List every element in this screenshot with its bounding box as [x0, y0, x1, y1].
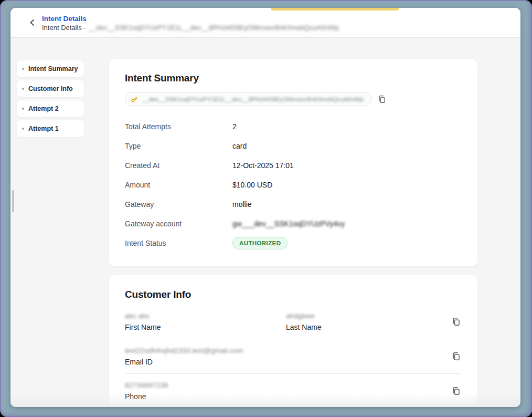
copy-email-button[interactable]: [451, 351, 461, 362]
first-name-value: abc abc: [125, 311, 286, 320]
sidebar-item-attempt-2[interactable]: Attempt 2: [17, 100, 84, 117]
row-label: Amount: [125, 181, 232, 189]
intent-id-row: __dev__SSK1oqDYUzPY1E1L__dev__8PHzt4S9Ey…: [125, 92, 461, 106]
copy-icon: [452, 387, 461, 395]
summary-rows: Total Attempts 2 Type card Created At 12…: [125, 117, 461, 253]
customer-info-title: Customer Info: [125, 289, 461, 300]
app-window: Intent Details Intent Details - __dev__S…: [10, 8, 520, 407]
row-label: Gateway account: [125, 220, 232, 228]
phone-label: Phone: [125, 392, 168, 401]
first-name-field: abc abc First Name: [125, 311, 286, 332]
phone-value: 82734897238: [125, 381, 168, 390]
row-label: Gateway: [125, 200, 232, 208]
first-name-label: First Name: [125, 323, 286, 332]
main-content: Intent Summary __dev__SSK1oqDYUzPY1E1L__…: [109, 59, 477, 407]
desktop-background: Intent Details Intent Details - __dev__S…: [0, 0, 532, 417]
row-label: Type: [125, 142, 232, 150]
page-header: Intent Details Intent Details - __dev__S…: [10, 8, 520, 38]
sidebar-item-intent-summary[interactable]: Intent Summary: [17, 60, 84, 77]
page-subtitle: Intent Details - __dev__SSK1oqDYUzPY1E1L…: [42, 23, 339, 32]
intent-details-link[interactable]: Intent Details: [42, 14, 339, 23]
copy-name-button[interactable]: [451, 317, 461, 327]
header-titles: Intent Details Intent Details - __dev__S…: [42, 13, 339, 32]
intent-id-pill: __dev__SSK1oqDYUzPY1E1L__dev__8PHzt4S9Ey…: [125, 92, 371, 106]
copy-icon: [452, 317, 461, 326]
sidebar-item-attempt-1[interactable]: Attempt 1: [17, 120, 84, 137]
copy-phone-button[interactable]: [451, 386, 461, 397]
subtitle-intent-id: __dev__SSK1oqDYUzPY1E1L__dev__8PHzt4S9Ey…: [89, 23, 339, 32]
summary-row-amount: Amount $10.00 USD: [125, 175, 461, 194]
section-nav-sidebar: Intent Summary Customer Info Attempt 2 A…: [17, 60, 84, 140]
intent-summary-title: Intent Summary: [125, 72, 461, 84]
intent-summary-card: Intent Summary __dev__SSK1oqDYUzPY1E1L__…: [109, 59, 477, 266]
email-value: test22sdfnhvjhd2333.test@gmail.com: [125, 346, 243, 355]
last-name-value: ahdgbwe: [286, 311, 322, 320]
sidebar-item-label: Attempt 1: [28, 125, 59, 132]
copy-icon: [378, 95, 386, 103]
row-label: Intent Status: [125, 239, 232, 247]
row-value: mollie: [232, 200, 252, 208]
chevron-left-icon: [28, 18, 37, 27]
bullet-dot-icon: [22, 88, 24, 90]
phone-field: 82734897238 Phone: [125, 381, 451, 401]
row-value: 2: [232, 122, 237, 131]
sidebar-item-customer-info[interactable]: Customer Info: [17, 80, 84, 97]
key-icon: [131, 96, 138, 103]
last-name-label: Last Name: [286, 323, 322, 332]
customer-phone-row: 82734897238 Phone: [125, 374, 461, 407]
summary-row-intent-status: Intent Status AUTHORIZED: [125, 233, 461, 253]
customer-email-row: test22sdfnhvjhd2333.test@gmail.com Email…: [125, 339, 461, 373]
copy-icon: [452, 352, 461, 361]
sidebar-item-label: Customer Info: [28, 85, 73, 92]
status-badge: AUTHORIZED: [232, 237, 288, 249]
customer-name-row: abc abc First Name ahdgbwe Last Name: [125, 305, 461, 339]
row-value: $10.00 USD: [232, 181, 272, 189]
sidebar-item-label: Intent Summary: [28, 65, 78, 72]
name-fields: abc abc First Name ahdgbwe Last Name: [125, 311, 451, 332]
bullet-dot-icon: [22, 68, 24, 70]
copy-intent-id-button[interactable]: [377, 94, 387, 105]
customer-info-card: Customer Info abc abc First Name ahdgbwe…: [109, 275, 477, 407]
back-button[interactable]: [26, 16, 39, 29]
sidebar-drag-handle[interactable]: [12, 190, 14, 212]
summary-row-created-at: Created At 12-Oct-2025 17:01: [125, 155, 461, 175]
summary-row-total-attempts: Total Attempts 2: [125, 117, 461, 136]
row-value: 12-Oct-2025 17:01: [232, 161, 294, 170]
bullet-dot-icon: [22, 108, 24, 110]
email-label: Email ID: [125, 358, 243, 367]
bullet-dot-icon: [22, 128, 24, 130]
row-value: gw___dev__SSK1oqDYUzPVy4vy: [232, 220, 345, 228]
row-label: Total Attempts: [125, 122, 232, 131]
sidebar-item-label: Attempt 2: [28, 105, 59, 112]
intent-id-value: __dev__SSK1oqDYUzPY1E1L__dev__8PHzt4S9Ey…: [142, 96, 364, 102]
row-label: Created At: [125, 161, 232, 170]
email-field: test22sdfnhvjhd2333.test@gmail.com Email…: [125, 346, 451, 367]
summary-row-gateway: Gateway mollie: [125, 194, 461, 214]
last-name-field: ahdgbwe Last Name: [286, 311, 322, 332]
summary-row-gateway-account: Gateway account gw___dev__SSK1oqDYUzPVy4…: [125, 214, 461, 233]
top-notification-bar: [271, 8, 399, 11]
subtitle-prefix: Intent Details -: [42, 23, 86, 32]
summary-row-type: Type card: [125, 136, 461, 155]
row-value: card: [232, 142, 247, 150]
